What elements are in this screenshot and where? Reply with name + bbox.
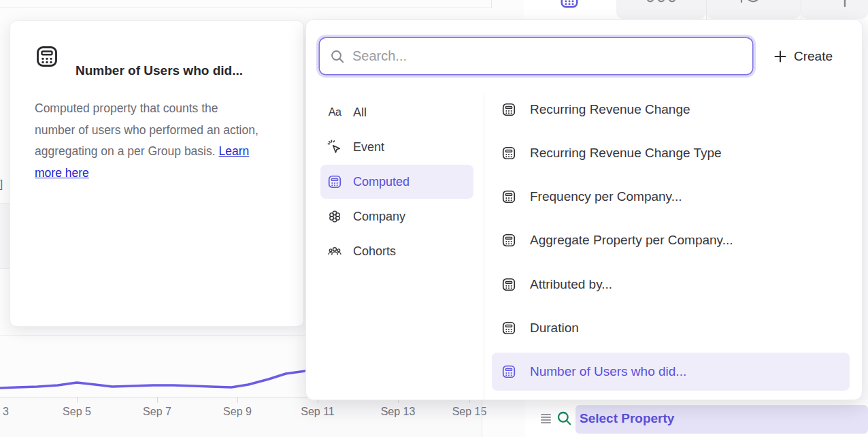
property-row-5[interactable]: Duration <box>492 309 850 347</box>
category-item-all[interactable]: Aa All <box>320 95 473 129</box>
query-builder-row: Select Property <box>525 400 868 437</box>
property-label: Frequency per Company... <box>530 189 682 204</box>
axis-label-5: Sep 13 <box>381 406 416 418</box>
company-icon <box>327 209 342 224</box>
property-row-1[interactable]: Recurring Revenue Change Type <box>492 134 850 172</box>
axis-label-2: Sep 7 <box>143 406 171 418</box>
create-button[interactable]: Create <box>773 46 833 67</box>
header-divider <box>0 7 491 8</box>
category-label: All <box>353 106 367 120</box>
axis-tick-3 <box>237 397 238 403</box>
description-line: aggregating on a per Group basis. Learn … <box>35 141 262 184</box>
calculator-icon <box>501 277 516 292</box>
tooltip-title: Number of Users who did... <box>76 63 243 78</box>
calculator-icon <box>501 102 516 117</box>
tab-flows[interactable] <box>801 0 868 19</box>
property-picker-dropdown: Create Aa All Event <box>305 19 863 400</box>
property-row-2[interactable]: Frequency per Company... <box>492 178 850 216</box>
property-label: Recurring Revenue Change <box>530 102 690 117</box>
column-divider <box>484 95 484 401</box>
axis-tick-1 <box>77 397 78 403</box>
tooltip-description: Computed property that counts the number… <box>35 98 262 184</box>
axis-label-4: Sep 11 <box>301 406 335 418</box>
trend-chart <box>0 364 307 398</box>
cropped-row-divider <box>0 268 10 269</box>
cropped-text-fragment: y] <box>0 178 3 191</box>
category-item-event[interactable]: Event <box>320 130 473 164</box>
property-row-3[interactable]: Aggregate Property per Company... <box>492 221 850 259</box>
axis-label-3: Sep 9 <box>223 406 252 418</box>
create-label: Create <box>794 49 833 64</box>
property-row-4[interactable]: Attributed by... <box>492 265 850 304</box>
metric-tab-bar <box>524 0 868 19</box>
search-icon-green <box>556 410 573 427</box>
app-screen: y] Sep 3 Sep 5 Sep 7 Sep 9 Sep 11 Sep 13… <box>0 0 868 437</box>
curve-icon <box>739 0 763 5</box>
cropped-row <box>0 204 10 268</box>
property-label: Duration <box>530 321 579 336</box>
axis-tick-2 <box>157 397 158 403</box>
chart-panel-divider <box>0 335 306 336</box>
category-label: Event <box>353 140 384 155</box>
cursor-click-icon <box>327 140 342 155</box>
cohorts-icon <box>327 244 342 259</box>
panel-edge <box>482 397 482 437</box>
search-input[interactable] <box>352 48 752 64</box>
calculator-icon <box>35 44 59 69</box>
calculator-icon <box>501 364 516 379</box>
search-box <box>320 38 752 74</box>
cropped-row-divider <box>0 203 10 204</box>
calculator-icon <box>327 174 342 189</box>
search-icon <box>329 48 346 65</box>
calculator-icon <box>501 189 516 204</box>
aa-text-icon: Aa <box>327 105 342 120</box>
category-item-computed[interactable]: Computed <box>320 165 473 199</box>
property-tooltip-card: Number of Users who did... Computed prop… <box>10 20 304 327</box>
axis-label-1: Sep 5 <box>63 406 91 418</box>
calculator-icon <box>559 0 580 10</box>
calculator-icon <box>501 146 516 161</box>
drag-handle-icon[interactable] <box>541 414 551 425</box>
description-line: Computed property that counts the <box>35 98 262 120</box>
property-label: Recurring Revenue Change Type <box>530 146 722 161</box>
panel-edge <box>491 0 492 8</box>
trend-line <box>0 371 305 388</box>
select-property-label: Select Property <box>580 411 674 426</box>
property-row-0[interactable]: Recurring Revenue Change <box>492 91 850 129</box>
stem-icon <box>842 0 848 8</box>
axis-label-0: Sep 3 <box>0 406 9 418</box>
tab-separator <box>801 0 801 19</box>
property-row-6[interactable]: Number of Users who did... <box>492 353 850 391</box>
calculator-icon <box>501 321 516 336</box>
description-line: number of users who performed an action, <box>35 120 262 142</box>
category-label: Computed <box>353 175 410 189</box>
category-item-company[interactable]: Company <box>320 199 473 233</box>
category-label: Cohorts <box>353 244 396 259</box>
property-label: Attributed by... <box>530 277 612 292</box>
category-label: Company <box>353 210 405 224</box>
dots-icon <box>646 0 676 5</box>
calculator-icon <box>501 233 516 248</box>
property-label: Aggregate Property per Company... <box>530 233 733 248</box>
category-item-cohorts[interactable]: Cohorts <box>320 234 473 268</box>
property-label: Number of Users who did... <box>530 364 686 379</box>
tab-separator <box>706 0 707 19</box>
plus-icon <box>773 50 787 63</box>
